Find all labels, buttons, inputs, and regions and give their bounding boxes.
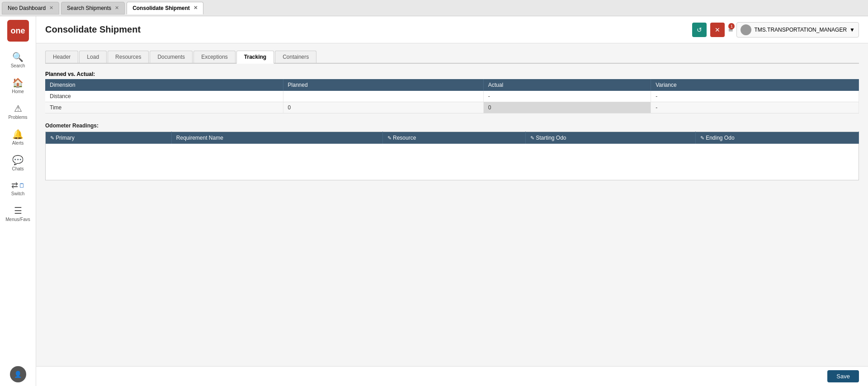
sidebar-item-search[interactable]: 🔍 Search: [2, 49, 34, 71]
col-starting-odo: ✎ Starting Odo: [525, 132, 695, 144]
tab-containers[interactable]: Containers: [275, 51, 316, 63]
home-icon: 🏠: [12, 77, 24, 88]
col-resource: ✎ Resource: [382, 132, 525, 144]
sidebar-bottom: 👤: [10, 366, 26, 382]
save-button[interactable]: Save: [827, 370, 859, 382]
header-actions: ↺ ✕ ≡ 1 TMS.TRANSPORTATION_MANAGER ▼: [692, 22, 859, 38]
refresh-button[interactable]: ↺: [692, 23, 707, 37]
sidebar-item-switch[interactable]: ⇄ 🗒 Switch: [2, 178, 34, 199]
col-dimension: Dimension: [45, 79, 283, 91]
cell-variance: -: [651, 91, 859, 102]
tab-resources[interactable]: Resources: [108, 51, 149, 63]
sidebar-item-menus-favs[interactable]: ☰ Menus/Favs: [2, 202, 34, 225]
sidebar-item-home[interactable]: 🏠 Home: [2, 75, 34, 97]
tab-search-shipments[interactable]: Search Shipments ✕: [61, 2, 125, 14]
col-actual: Actual: [483, 79, 651, 91]
cell-actual: 0: [483, 102, 651, 113]
col-primary: ✎ Primary: [46, 132, 172, 144]
col-planned: Planned: [283, 79, 483, 91]
tab-consolidate-shipment[interactable]: Consolidate Shipment ✕: [127, 2, 203, 14]
page-tabs-container: Header Load Resources Documents Exceptio…: [45, 51, 859, 64]
sidebar: one 🔍 Search 🏠 Home ⚠ Problems 🔔 Alerts …: [0, 16, 36, 386]
odometer-table: ✎ Primary Requirement Name ✎ Resource: [45, 132, 859, 180]
sidebar-item-label: Chats: [12, 166, 24, 171]
dropdown-arrow-icon: ▼: [849, 27, 855, 33]
user-avatar-small: [741, 24, 751, 35]
sidebar-item-alerts[interactable]: 🔔 Alerts: [2, 126, 34, 148]
empty-row: [46, 144, 859, 180]
top-tab-bar: Neo Dashboard ✕ Search Shipments ✕ Conso…: [0, 0, 868, 16]
tab-neo-dashboard[interactable]: Neo Dashboard ✕: [2, 2, 59, 14]
menu-icon: ☰: [14, 205, 22, 216]
page-body: Header Load Resources Documents Exceptio…: [36, 43, 868, 366]
tab-label: Consolidate Shipment: [132, 5, 190, 11]
switch-icon: ⇄: [11, 180, 18, 190]
search-icon: 🔍: [12, 52, 24, 62]
page-header: Consolidate Shipment ↺ ✕ ≡ 1 TMS.TRANSPO…: [36, 16, 868, 43]
cell-planned: [283, 91, 483, 102]
logo-text: one: [10, 26, 25, 36]
sidebar-item-problems[interactable]: ⚠ Problems: [2, 100, 34, 122]
app-logo[interactable]: one: [7, 20, 29, 42]
close-tab-search-shipments[interactable]: ✕: [115, 5, 119, 11]
sidebar-item-label: Menus/Favs: [5, 217, 30, 222]
edit-icon: ✎: [700, 135, 704, 141]
table-row: Distance - -: [45, 91, 859, 102]
tab-exceptions[interactable]: Exceptions: [193, 51, 236, 63]
tab-tracking[interactable]: Tracking: [236, 51, 274, 64]
sidebar-item-label: Alerts: [12, 141, 24, 146]
sidebar-item-label: Search: [11, 63, 25, 68]
edit-icon: ✎: [530, 135, 534, 141]
cell-variance: -: [651, 102, 859, 113]
cell-actual: -: [483, 91, 651, 102]
sidebar-item-label: Switch: [11, 191, 24, 196]
col-requirement-name: Requirement Name: [171, 132, 382, 144]
tab-load[interactable]: Load: [79, 51, 107, 63]
tab-header[interactable]: Header: [45, 51, 78, 63]
edit-icon: ✎: [50, 135, 54, 141]
odometer-readings-section: Odometer Readings: ✎ Primary Requirement…: [45, 122, 859, 180]
cell-planned: 0: [283, 102, 483, 113]
planned-vs-actual-label: Planned vs. Actual:: [45, 71, 859, 77]
page-title: Consolidate Shipment: [45, 24, 141, 35]
user-name: TMS.TRANSPORTATION_MANAGER: [754, 27, 847, 33]
content-area: Consolidate Shipment ↺ ✕ ≡ 1 TMS.TRANSPO…: [36, 16, 868, 386]
notification-badge: 1: [728, 23, 735, 29]
sidebar-item-label: Home: [12, 89, 24, 94]
table-row: Time 0 0 -: [45, 102, 859, 113]
user-avatar[interactable]: 👤: [10, 366, 26, 382]
warning-icon: ⚠: [14, 103, 22, 114]
planned-vs-actual-section: Planned vs. Actual: Dimension Planned Ac…: [45, 71, 859, 113]
tab-label: Search Shipments: [67, 5, 111, 11]
col-ending-odo: ✎ Ending Odo: [695, 132, 859, 144]
odometer-section-label: Odometer Readings:: [45, 122, 859, 129]
switch-overlay-icon: 🗒: [19, 182, 25, 189]
tab-documents[interactable]: Documents: [150, 51, 193, 63]
close-tab-consolidate-shipment[interactable]: ✕: [193, 5, 198, 11]
chat-icon: 💬: [12, 155, 24, 165]
edit-icon: ✎: [387, 135, 392, 141]
col-variance: Variance: [651, 79, 859, 91]
sidebar-item-chats[interactable]: 💬 Chats: [2, 152, 34, 174]
main-layout: one 🔍 Search 🏠 Home ⚠ Problems 🔔 Alerts …: [0, 16, 868, 386]
tab-label: Neo Dashboard: [8, 5, 46, 11]
page-footer: Save: [36, 366, 868, 386]
cell-dimension: Time: [45, 102, 283, 113]
planned-vs-actual-table: Dimension Planned Actual Variance Distan…: [45, 79, 859, 113]
close-tab-neo-dashboard[interactable]: ✕: [49, 5, 53, 11]
odometer-table-body: [46, 144, 859, 180]
bell-icon: 🔔: [12, 129, 24, 140]
user-dropdown[interactable]: TMS.TRANSPORTATION_MANAGER ▼: [736, 22, 859, 38]
close-button[interactable]: ✕: [710, 23, 725, 37]
menu-button[interactable]: ≡ 1: [728, 25, 733, 34]
sidebar-item-label: Problems: [8, 115, 27, 120]
cell-dimension: Distance: [45, 91, 283, 102]
